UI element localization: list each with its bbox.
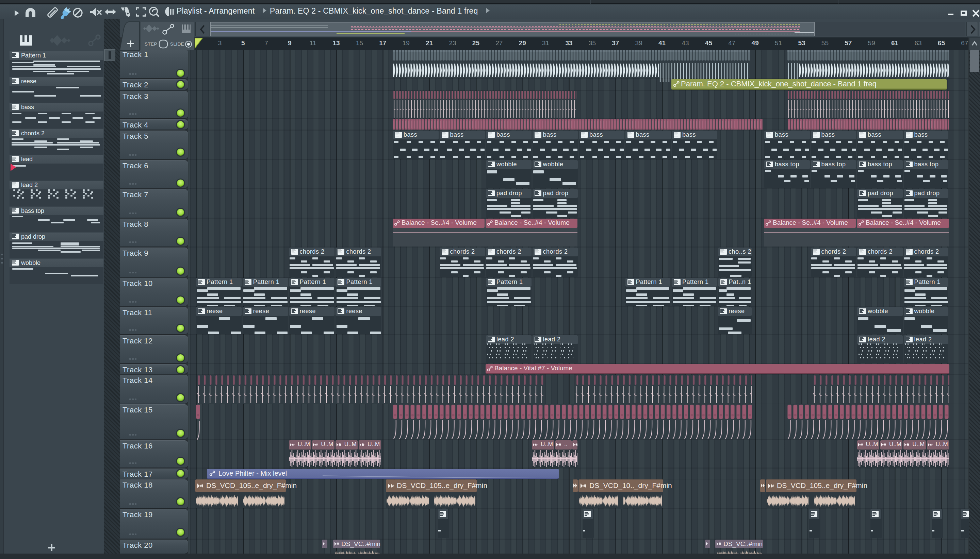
svg-text:SLIDE: SLIDE [170,41,184,46]
svg-text:STEP: STEP [144,41,157,46]
